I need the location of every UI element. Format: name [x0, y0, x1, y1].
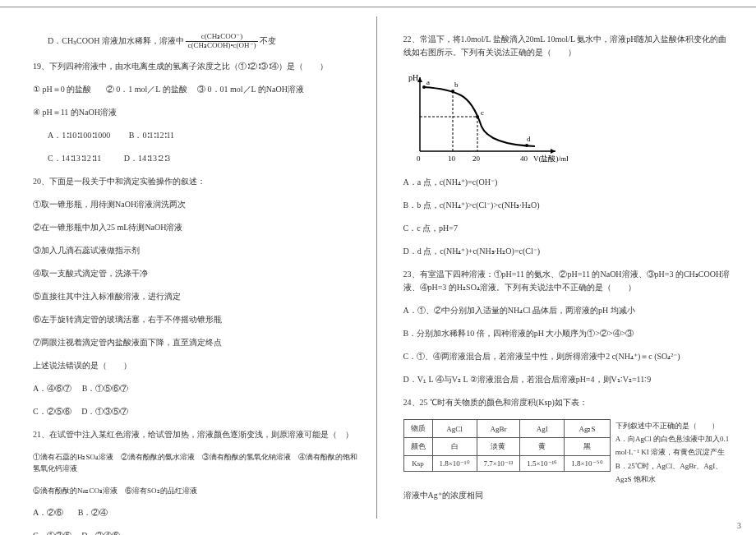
q22-stem: 22、常温下，将1.0mol/L 盐酸滴入20mL 10mol/L 氨水中，溶液…	[403, 33, 732, 59]
cell: Ag₂S	[565, 420, 610, 438]
svg-point-8	[525, 144, 528, 147]
left-column: D．CH₃COOH 溶液加水稀释，溶液中 c(CH₃COO⁻) c(CH₃COO…	[33, 16, 377, 519]
cell: 1.8×10⁻⁵⁰	[565, 456, 610, 472]
q20-opt-c: C．②⑤⑥	[33, 407, 71, 416]
q20-options-row2: C．②⑤⑥ D．①③⑤⑦	[33, 405, 362, 418]
q22-opt-c: C．c 点，pH=7	[403, 222, 732, 235]
q21-opts-line1: ①滴有石蕊的H₂SO₄溶液 ②滴有酚酞的氨水溶液 ③滴有酚酞的氢氧化钠溶液 ④滴…	[33, 451, 362, 475]
cell: 1.8×10⁻¹⁰	[432, 456, 477, 472]
table-row: Ksp 1.8×10⁻¹⁰ 7.7×10⁻¹³ 1.5×10⁻¹⁶ 1.8×10…	[403, 456, 610, 472]
q24-tail: 溶液中Ag⁺的浓度相同	[403, 486, 732, 502]
q23-opt-d: D．V₁ L ④与V₂ L ②溶液混合后，若混合后溶液pH=4，则V₁∶V₂=1…	[403, 373, 732, 386]
q19-item-1: ① pH＝0 的盐酸	[33, 85, 91, 94]
cell: AgCl	[432, 420, 477, 438]
q18-option-d: D．CH₃COOH 溶液加水稀释，溶液中 c(CH₃COO⁻) c(CH₃COO…	[33, 33, 362, 50]
q19-options-row2: C．14∶13∶12∶11 D．14∶13∶2∶3	[33, 152, 362, 165]
q21-options-row1: A．②⑥ B．②④	[33, 506, 362, 519]
svg-text:d: d	[527, 135, 531, 143]
q23-opt-c: C．①、④两溶液混合后，若溶液呈中性，则所得溶液中2 c(NH₄⁺)＝c (SO…	[403, 350, 732, 363]
cell: 1.5×10⁻¹⁶	[520, 456, 565, 472]
svg-text:40: 40	[520, 155, 528, 163]
q19-opt-c: C．14∶13∶12∶11	[48, 154, 101, 163]
q20-opt-a: A．④⑥⑦	[33, 384, 71, 393]
cell: 淡黄	[477, 438, 520, 456]
optd-suffix: 不变	[260, 36, 276, 45]
q21-opt-a: A．②⑥	[33, 508, 63, 517]
q20-step-1: ①取一锥形瓶，用待测NaOH溶液润洗两次	[33, 198, 362, 211]
q24-side2: A．向AgCl 的白色悬浊液中加入0.1 mol·L⁻¹ KI 溶液，有黄色沉淀…	[615, 435, 730, 456]
chart-ylabel: pH	[408, 73, 418, 82]
svg-text:0: 0	[417, 155, 421, 163]
q19-options-row1: A．1∶10∶100∶1000 B．0∶1∶12∶11	[33, 129, 362, 142]
svg-text:20: 20	[472, 155, 481, 163]
cell: 白	[432, 438, 477, 456]
th-color: 颜色	[403, 438, 432, 456]
svg-point-2	[422, 85, 426, 89]
chart-xlabel: V(盐酸)/mL	[533, 155, 568, 163]
q19-items-row1: ① pH＝0 的盐酸 ② 0．1 mol／L 的盐酸 ③ 0．01 mol／L …	[33, 83, 362, 96]
cell: 黑	[565, 438, 610, 456]
optd-prefix: D．CH₃COOH 溶液加水稀释，溶液中	[48, 36, 184, 45]
cell: 黄	[520, 438, 565, 456]
q22-opt-b: B．b 点，c(NH₄⁺)>c(Cl⁻)>c(NH₃·H₂O)	[403, 199, 732, 212]
svg-text:a: a	[426, 78, 430, 86]
right-column: 22、常温下，将1.0mol/L 盐酸滴入20mL 10mol/L 氨水中，溶液…	[397, 16, 732, 519]
cell: AgI	[520, 420, 565, 438]
frac-den: c(CH₃COOH)•c(OH⁻)	[186, 42, 257, 50]
fraction: c(CH₃COO⁻) c(CH₃COOH)•c(OH⁻)	[186, 33, 257, 50]
q20-step-2: ②在一锥形瓶中加入25 mL待测NaOH溶液	[33, 221, 362, 234]
svg-text:c: c	[481, 108, 484, 117]
svg-text:b: b	[454, 81, 459, 89]
q19-stem: 19、下列四种溶液中，由水电离生成的氢离子浓度之比（①∶②∶③∶④）是（ ）	[33, 60, 362, 73]
q23-opt-a: A．①、②中分别加入适量的NH₄Cl 晶体后，两溶液的pH 均减小	[403, 304, 732, 317]
q20-opt-d: D．①③⑤⑦	[81, 407, 128, 416]
q20-options-row1: A．④⑥⑦ B．①⑤⑥⑦	[33, 382, 362, 395]
q24-stem: 24、25 ℃时有关物质的颜色和溶度积(Ksp)如下表：	[403, 396, 732, 409]
q20-step-4: ④取一支酸式滴定管，洗涤干净	[33, 267, 362, 280]
svg-text:10: 10	[448, 155, 456, 163]
q22-opt-d: D．d 点，c(NH₄⁺)+c(NH₃·H₂O)=c(Cl⁻)	[403, 245, 732, 258]
q19-opt-b: B．0∶1∶12∶11	[129, 131, 174, 140]
q19-opt-a: A．1∶10∶100∶1000	[48, 131, 110, 140]
q24-side-text: 下列叙述中不正确的是（ ） A．向AgCl 的白色悬浊液中加入0.1 mol·L…	[615, 419, 731, 486]
q20-step-7: ⑦两眼注视着滴定管内盐酸液面下降，直至滴定终点	[33, 336, 362, 349]
ph-curve-chart: a b c d pH 0 10 20 40 V(盐酸)/mL	[403, 69, 568, 168]
th-substance: 物质	[403, 420, 432, 438]
q19-item-4: ④ pH＝11 的NaOH溶液	[33, 106, 362, 119]
q21-opt-c: C．①③⑤	[33, 531, 71, 535]
ksp-table: 物质 AgCl AgBr AgI Ag₂S 颜色 白 淡黄 黄 黑 Ksp 1.…	[403, 419, 611, 472]
q20-stem: 20、下面是一段关于中和滴定实验操作的叙述：	[33, 175, 362, 188]
q19-item-2: ② 0．1 mol／L 的盐酸	[106, 85, 187, 94]
q19-item-3: ③ 0．01 mol／L 的NaOH溶液	[197, 85, 304, 94]
q23-stem: 23、有室温下四种溶液：①pH=11 的氨水、②pH=11 的NaOH溶液、③p…	[403, 268, 732, 294]
th-ksp: Ksp	[403, 456, 432, 472]
q21-options-row2: C．①③⑤ D．②④⑥	[33, 529, 362, 535]
q22-opt-a: A．a 点，c(NH₄⁺)=c(OH⁻)	[403, 176, 732, 189]
table-row: 物质 AgCl AgBr AgI Ag₂S	[403, 420, 610, 438]
q21-opt-d: D．②④⑥	[81, 531, 120, 535]
q20-opt-b: B．①⑤⑥⑦	[82, 384, 129, 393]
q19-opt-d: D．14∶13∶2∶3	[124, 154, 170, 163]
q24-side3: B．25℃时，AgCl、AgBr、AgI、Ag₂S 饱和水	[615, 462, 723, 483]
q21-opts-line2: ⑤滴有酚酞的Na₂CO₃溶液 ⑥溶有SO₂的品红溶液	[33, 485, 362, 496]
q24-side1: 下列叙述中不正确的是（ ）	[615, 422, 719, 430]
q21-stem: 21、在试管中注入某红色溶液，给试管加热，溶液颜色逐渐变浅，则原溶液可能是（ ）	[33, 428, 362, 441]
q20-step-3: ③加入几滴石蕊试液做指示剂	[33, 244, 362, 257]
q20-step-6: ⑥左手旋转滴定管的玻璃活塞，右手不停摇动锥形瓶	[33, 313, 362, 326]
q20-step-5: ⑤直接往其中注入标准酸溶液，进行滴定	[33, 290, 362, 303]
q20-tail: 上述说法错误的是（ ）	[33, 359, 362, 372]
cell: AgBr	[477, 420, 520, 438]
q23-opt-b: B．分别加水稀释10 倍，四种溶液的pH 大小顺序为①>②>④>③	[403, 327, 732, 340]
table-row: 颜色 白 淡黄 黄 黑	[403, 438, 610, 456]
page-number: 3	[737, 521, 741, 530]
q21-opt-b: B．②④	[78, 508, 108, 517]
cell: 7.7×10⁻¹³	[477, 456, 520, 472]
